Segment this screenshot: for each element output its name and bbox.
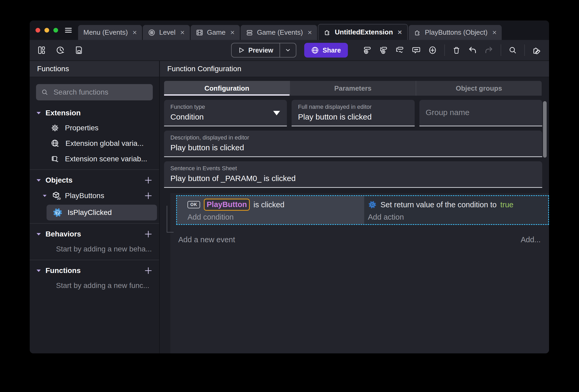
share-label: Share <box>323 47 341 54</box>
field-label: Sentence in Events Sheet <box>170 165 536 172</box>
tab-parameters[interactable]: Parameters <box>290 81 415 96</box>
sentence-field[interactable]: Sentence in Events Sheet Play button of … <box>164 161 542 188</box>
event-conditions: OK PlayButton is clicked Add condition <box>177 196 364 224</box>
search-button[interactable] <box>509 46 517 54</box>
close-icon[interactable]: × <box>230 29 235 36</box>
undo-button[interactable] <box>468 46 477 55</box>
close-icon[interactable]: × <box>398 29 402 36</box>
close-icon[interactable]: × <box>308 29 312 36</box>
search-icon <box>41 88 48 96</box>
add-element-button[interactable] <box>428 46 437 55</box>
preview-options-button[interactable] <box>280 47 296 53</box>
tab-label: PlayButtons (Object) <box>425 28 487 37</box>
search-icon <box>509 46 517 54</box>
section-objects-label: Objects <box>45 176 73 184</box>
add-event-icon <box>363 46 372 55</box>
add-behavior-button[interactable] <box>144 230 153 239</box>
save-button[interactable] <box>74 46 83 55</box>
globe-variable-icon <box>51 139 60 148</box>
vertical-scrollbar-thumb[interactable] <box>543 101 547 158</box>
object-chip[interactable]: PlayButton <box>204 199 250 210</box>
add-object-button[interactable] <box>144 176 153 185</box>
tab-menu-events[interactable]: Menu (Events) × <box>78 25 142 40</box>
cube-2d-icon: 2D <box>51 191 61 200</box>
add-condition-link[interactable]: Add condition <box>187 213 362 221</box>
add-function-button[interactable] <box>144 266 153 275</box>
tab-label: Game (Events) <box>257 28 303 37</box>
add-new-event-link[interactable]: Add a new event <box>178 235 235 244</box>
full-name-field[interactable]: Full name displayed in editor Play butto… <box>292 100 414 126</box>
close-icon[interactable]: × <box>133 29 137 36</box>
window-minimize-button[interactable] <box>44 28 49 33</box>
configuration-tabs: Configuration Parameters Object groups <box>164 81 542 96</box>
toolbar: Preview Share <box>30 40 549 61</box>
redo-button[interactable] <box>484 46 493 55</box>
close-icon[interactable]: × <box>180 29 185 36</box>
tab-label: Menu (Events) <box>83 28 128 37</box>
section-behaviors[interactable]: Behaviors <box>30 226 159 242</box>
function-type-select[interactable]: Function type Condition <box>164 100 287 126</box>
sidebar-item-label: Properties <box>65 124 99 132</box>
tab-game-events[interactable]: Game (Events) × <box>241 25 317 40</box>
event-row[interactable]: OK PlayButton is clicked Add condition G… <box>176 195 549 225</box>
play-icon <box>238 47 245 54</box>
sidebar-item-scene-variables[interactable]: Extension scene variab... <box>30 151 159 167</box>
main-menu-button[interactable] <box>64 26 73 34</box>
events-sheet: OK PlayButton is clicked Add condition G… <box>170 193 549 353</box>
tab-untitled-extension[interactable]: UntitledExtension × <box>318 24 408 40</box>
tab-level[interactable]: Level × <box>143 25 190 40</box>
add-other-event-icon <box>395 46 404 55</box>
delete-button[interactable] <box>452 46 461 55</box>
history-button[interactable] <box>55 45 65 55</box>
tab-configuration[interactable]: Configuration <box>164 81 290 96</box>
tab-object-groups[interactable]: Object groups <box>416 81 542 96</box>
share-button[interactable]: Share <box>304 43 348 58</box>
sidebar-item-properties[interactable]: Properties <box>30 120 159 136</box>
toggle-panels-button[interactable] <box>37 46 46 55</box>
divider <box>30 260 159 260</box>
sidebar-item-global-variables[interactable]: Extension global varia... <box>30 136 159 151</box>
divider <box>30 223 159 224</box>
divider <box>30 169 159 170</box>
group-name-field[interactable]: Group name <box>419 100 542 126</box>
add-action-link[interactable]: Add action <box>368 213 542 221</box>
section-functions[interactable]: Functions <box>30 263 159 278</box>
description-field[interactable]: Description, displayed in editor Play bu… <box>164 131 542 157</box>
gear-icon <box>51 124 59 132</box>
tree-item-label: PlayButtons <box>65 192 104 200</box>
section-objects[interactable]: Objects <box>30 173 159 188</box>
add-comment-button[interactable] <box>412 46 421 55</box>
section-extension[interactable]: Extension <box>30 106 159 120</box>
preview-button[interactable]: Preview <box>231 43 297 58</box>
tree-item-label: IsPlayClicked <box>68 208 112 217</box>
add-button[interactable]: Add... <box>521 235 541 244</box>
tree-item-playbuttons[interactable]: 2D PlayButtons <box>30 188 159 204</box>
field-label: Description, displayed in editor <box>170 134 536 141</box>
tab-playbuttons-object[interactable]: PlayButtons (Object) × <box>409 25 502 40</box>
behaviors-empty-hint: Start by adding a new beha... <box>30 242 159 257</box>
tab-strip: Menu (Events) × Level × Game × Game (Eve… <box>78 20 549 40</box>
close-icon[interactable]: × <box>492 29 496 36</box>
fields-row: Function type Condition Full name displa… <box>164 100 542 126</box>
edit-extension-button[interactable] <box>532 45 542 55</box>
preview-button-main[interactable]: Preview <box>232 47 280 54</box>
triangle-down-icon <box>42 194 47 198</box>
section-behaviors-label: Behaviors <box>45 230 81 238</box>
triangle-down-icon <box>36 111 41 115</box>
add-object-function-button[interactable] <box>144 191 153 200</box>
window-zoom-button[interactable] <box>53 28 58 33</box>
add-other-event-button[interactable] <box>395 46 404 55</box>
window-close-button[interactable] <box>35 28 40 33</box>
add-event-button[interactable] <box>363 46 372 55</box>
save-icon <box>74 46 83 55</box>
plus-icon <box>144 230 153 239</box>
search-box[interactable] <box>36 84 153 100</box>
tree-item-isplayclicked[interactable]: ? IsPlayClicked <box>47 205 157 220</box>
action-instruction[interactable]: G Set return value of the condition to t… <box>368 198 542 211</box>
add-subevent-button[interactable] <box>379 46 388 55</box>
condition-instruction[interactable]: OK PlayButton is clicked <box>187 198 362 211</box>
puzzle-edit-icon <box>532 45 542 55</box>
search-input[interactable] <box>53 88 148 97</box>
tab-game[interactable]: Game × <box>191 25 240 40</box>
tab-label: Parameters <box>334 84 372 92</box>
